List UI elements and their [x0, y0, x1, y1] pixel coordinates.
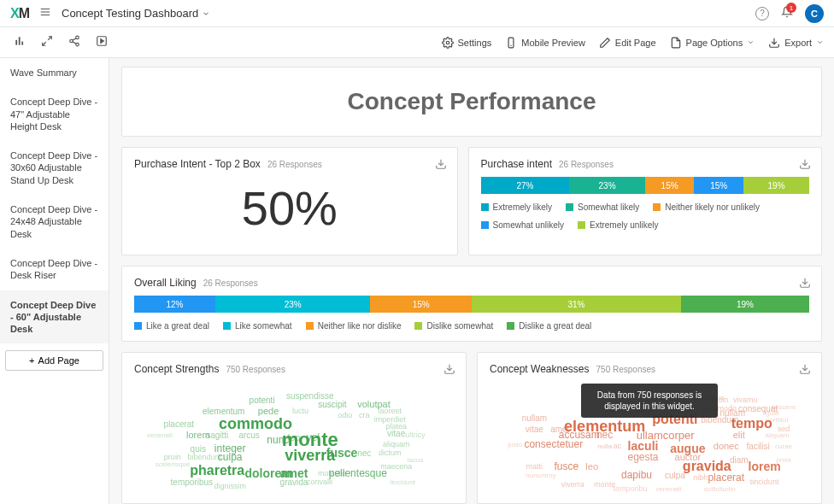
mobile-icon [505, 37, 517, 49]
expand-icon[interactable] [41, 35, 53, 50]
legend-label: Like somewhat [235, 321, 292, 331]
card-export-icon[interactable] [799, 158, 811, 173]
svg-point-15 [446, 41, 449, 44]
wordcloud-word: bibendum [188, 453, 222, 461]
wordcloud-word: amet [550, 424, 569, 433]
legend-item: Dislike somewhat [414, 321, 493, 331]
svg-marker-14 [101, 39, 104, 44]
legend-swatch [306, 322, 314, 330]
legend-item: Somewhat unlikely [481, 220, 564, 230]
sidebar-item[interactable]: Wave Summary [0, 58, 109, 87]
wordcloud-word: pede [258, 406, 279, 416]
wordcloud-word: placerat [708, 472, 744, 483]
wordcloud-word: vivamu [733, 396, 758, 404]
wordcloud-word: suscipit [318, 400, 346, 409]
wordcloud-word: tincidunt [750, 478, 779, 486]
sidebar-item[interactable]: Concept Deep Dive - 60" Adjustable Desk [0, 290, 109, 344]
strengths-wordcloud: montecommodoviverrapharetradoloremametfu… [134, 382, 454, 493]
card-sub: 750 Responses [596, 365, 656, 374]
sidebar-item[interactable]: Concept Deep Dive - Desk Riser [0, 249, 109, 290]
export-dropdown[interactable]: Export [768, 37, 824, 49]
legend-item: Like somewhat [223, 321, 292, 331]
wordcloud-word: vel [307, 431, 320, 443]
card-title: Overall Liking [134, 277, 197, 289]
svg-line-12 [73, 38, 76, 40]
wordcloud-word: ultricy [405, 431, 426, 439]
wordcloud-word: aliquam [766, 431, 790, 439]
wordcloud-word: nullam [522, 413, 547, 422]
svg-point-8 [76, 36, 79, 39]
bar-segment: 15% [370, 296, 472, 313]
card-export-icon[interactable] [799, 277, 811, 291]
legend-item: Somewhat likely [566, 202, 639, 212]
purchase-intent-card: Purchase intent 26 Responses 27%23%15%15… [468, 147, 822, 255]
dashboard-title-dropdown[interactable]: Concept Testing Dashboard [62, 7, 210, 20]
bar-segment: 15% [694, 177, 743, 194]
play-icon[interactable] [96, 35, 108, 50]
chart-icon[interactable] [14, 35, 26, 50]
card-sub: 26 Responses [203, 278, 258, 288]
wordcloud-word: quis [191, 444, 206, 454]
wordcloud-word: tincidunt [390, 478, 415, 486]
legend-swatch [566, 203, 573, 211]
svg-line-11 [73, 42, 76, 44]
card-export-icon[interactable] [443, 363, 455, 378]
top2box-value: 50% [134, 177, 445, 244]
wordcloud-word: vitae [526, 424, 543, 433]
legend-label: Like a great deal [146, 321, 209, 331]
wordcloud-word: pharetra [190, 463, 244, 478]
wordcloud-word: monte [594, 480, 615, 489]
legend-swatch [578, 221, 585, 229]
wordcloud-word: diam [730, 455, 749, 465]
wordcloud-word: nulla [597, 442, 612, 450]
card-export-icon[interactable] [435, 158, 447, 173]
wordcloud-word: placerat [164, 419, 195, 429]
wordcloud-word: nullam [720, 408, 745, 418]
wordcloud-word: elementum [203, 406, 244, 415]
svg-point-10 [76, 43, 79, 46]
sidebar-item[interactable]: Concept Deep Dive - 30x60 Adjustable Sta… [0, 141, 109, 195]
wordcloud-word: justo [508, 440, 522, 448]
wordcloud-word: auctor [675, 452, 702, 462]
card-export-icon[interactable] [799, 363, 811, 378]
weaknesses-wordcloud: Data from 750 responses is displayed in … [490, 382, 809, 493]
wordcloud-word: suspendisse [286, 390, 334, 400]
avatar[interactable]: C [805, 4, 824, 23]
page-title: Concept Performance [143, 88, 801, 115]
wordcloud-word: sollicitudin [704, 484, 736, 492]
top-bar: XM Concept Testing Dashboard ? 1 C [0, 0, 834, 27]
wordcloud-word: culpa [218, 451, 243, 463]
chevron-down-icon [816, 38, 824, 46]
legend-label: Somewhat likely [578, 202, 639, 212]
share-icon[interactable] [68, 35, 80, 50]
sidebar-item[interactable]: Concept Deep Dive - 47" Adjustable Heigh… [0, 87, 109, 141]
wordcloud-word: gravida [280, 478, 308, 487]
notification-badge: 1 [786, 3, 796, 13]
chevron-down-icon [747, 38, 755, 46]
legend-label: Extremely likely [493, 202, 552, 212]
wordcloud-word: leo [288, 432, 301, 442]
wordcloud-word: ullamcorper [637, 429, 695, 442]
wordcloud-word: temporibu [614, 484, 648, 493]
wordcloud-word: convalli [307, 478, 332, 486]
purchase-intent-bar: 27%23%15%15%19% [481, 177, 809, 194]
edit-page-button[interactable]: Edit Page [599, 37, 656, 49]
content: Concept Performance Purchase Intent - To… [109, 58, 834, 504]
legend-item: Neither likely nor unlikely [653, 202, 760, 212]
legend-label: Dislike a great deal [519, 321, 591, 331]
menu-icon[interactable] [39, 6, 51, 21]
legend-label: Neither likely nor unlikely [665, 202, 760, 212]
wordcloud-word: donec [714, 441, 739, 451]
mobile-preview-button[interactable]: Mobile Preview [505, 37, 585, 49]
purchase-intent-legend: Extremely likelySomewhat likelyNeither l… [481, 202, 809, 230]
legend-swatch [653, 203, 661, 211]
help-icon[interactable]: ? [755, 7, 769, 21]
page-options-dropdown[interactable]: Page Options [670, 37, 755, 49]
settings-button[interactable]: Settings [442, 37, 492, 49]
notifications-icon[interactable]: 1 [781, 6, 793, 21]
wordcloud-word: laoreet [378, 407, 402, 415]
sidebar-item[interactable]: Concept Deep Dive - 24x48 Adjustable Des… [0, 195, 109, 249]
wordcloud-word: scelerisque [156, 460, 190, 468]
add-page-button[interactable]: + Add Page [5, 350, 103, 371]
wordcloud-word: aliquam [383, 440, 410, 448]
